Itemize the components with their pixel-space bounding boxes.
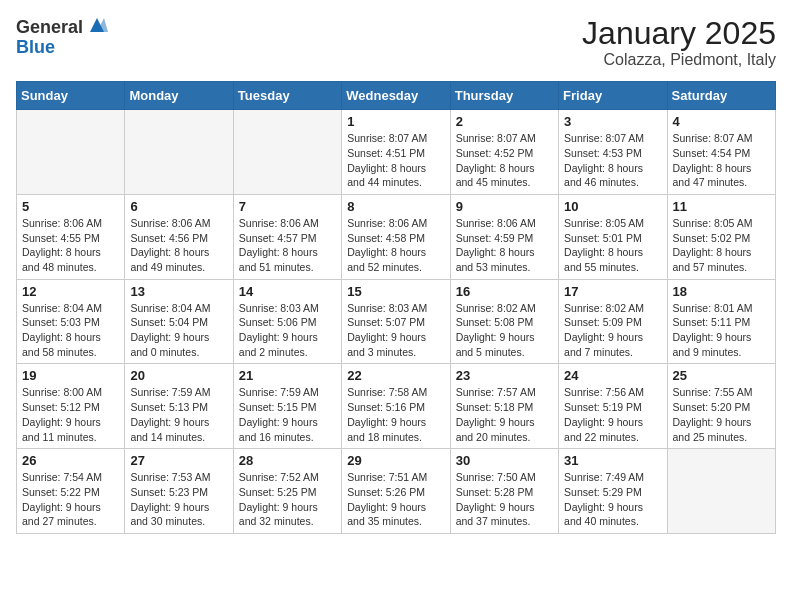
day-number: 1	[347, 114, 444, 129]
calendar-day-cell: 3Sunrise: 8:07 AM Sunset: 4:53 PM Daylig…	[559, 110, 667, 195]
day-info: Sunrise: 8:03 AM Sunset: 5:06 PM Dayligh…	[239, 301, 336, 360]
logo-icon	[86, 14, 108, 36]
day-of-week-header: Thursday	[450, 82, 558, 110]
day-info: Sunrise: 7:55 AM Sunset: 5:20 PM Dayligh…	[673, 385, 770, 444]
calendar-week-row: 5Sunrise: 8:06 AM Sunset: 4:55 PM Daylig…	[17, 194, 776, 279]
calendar-day-cell: 12Sunrise: 8:04 AM Sunset: 5:03 PM Dayli…	[17, 279, 125, 364]
calendar-day-cell: 4Sunrise: 8:07 AM Sunset: 4:54 PM Daylig…	[667, 110, 775, 195]
calendar-day-cell	[17, 110, 125, 195]
day-number: 2	[456, 114, 553, 129]
day-info: Sunrise: 8:04 AM Sunset: 5:04 PM Dayligh…	[130, 301, 227, 360]
day-info: Sunrise: 7:58 AM Sunset: 5:16 PM Dayligh…	[347, 385, 444, 444]
page-header: General Blue January 2025 Colazza, Piedm…	[16, 16, 776, 69]
day-number: 24	[564, 368, 661, 383]
calendar-day-cell: 1Sunrise: 8:07 AM Sunset: 4:51 PM Daylig…	[342, 110, 450, 195]
day-number: 14	[239, 284, 336, 299]
day-info: Sunrise: 7:51 AM Sunset: 5:26 PM Dayligh…	[347, 470, 444, 529]
day-info: Sunrise: 7:59 AM Sunset: 5:15 PM Dayligh…	[239, 385, 336, 444]
calendar-subtitle: Colazza, Piedmont, Italy	[582, 51, 776, 69]
day-info: Sunrise: 8:06 AM Sunset: 4:57 PM Dayligh…	[239, 216, 336, 275]
calendar-week-row: 1Sunrise: 8:07 AM Sunset: 4:51 PM Daylig…	[17, 110, 776, 195]
logo-text-general: General	[16, 18, 83, 36]
day-info: Sunrise: 8:05 AM Sunset: 5:02 PM Dayligh…	[673, 216, 770, 275]
calendar-day-cell: 24Sunrise: 7:56 AM Sunset: 5:19 PM Dayli…	[559, 364, 667, 449]
day-info: Sunrise: 7:59 AM Sunset: 5:13 PM Dayligh…	[130, 385, 227, 444]
calendar-day-cell: 27Sunrise: 7:53 AM Sunset: 5:23 PM Dayli…	[125, 449, 233, 534]
day-number: 15	[347, 284, 444, 299]
day-info: Sunrise: 8:02 AM Sunset: 5:09 PM Dayligh…	[564, 301, 661, 360]
calendar-day-cell: 17Sunrise: 8:02 AM Sunset: 5:09 PM Dayli…	[559, 279, 667, 364]
day-info: Sunrise: 8:05 AM Sunset: 5:01 PM Dayligh…	[564, 216, 661, 275]
day-number: 4	[673, 114, 770, 129]
calendar-day-cell: 26Sunrise: 7:54 AM Sunset: 5:22 PM Dayli…	[17, 449, 125, 534]
calendar-day-cell: 7Sunrise: 8:06 AM Sunset: 4:57 PM Daylig…	[233, 194, 341, 279]
calendar-week-row: 12Sunrise: 8:04 AM Sunset: 5:03 PM Dayli…	[17, 279, 776, 364]
day-number: 18	[673, 284, 770, 299]
day-number: 29	[347, 453, 444, 468]
logo-text-blue: Blue	[16, 37, 55, 57]
day-info: Sunrise: 8:06 AM Sunset: 4:58 PM Dayligh…	[347, 216, 444, 275]
day-info: Sunrise: 7:50 AM Sunset: 5:28 PM Dayligh…	[456, 470, 553, 529]
calendar-day-cell	[233, 110, 341, 195]
calendar-day-cell: 31Sunrise: 7:49 AM Sunset: 5:29 PM Dayli…	[559, 449, 667, 534]
day-number: 20	[130, 368, 227, 383]
calendar-day-cell: 8Sunrise: 8:06 AM Sunset: 4:58 PM Daylig…	[342, 194, 450, 279]
day-info: Sunrise: 8:03 AM Sunset: 5:07 PM Dayligh…	[347, 301, 444, 360]
day-number: 30	[456, 453, 553, 468]
day-number: 7	[239, 199, 336, 214]
calendar-day-cell: 23Sunrise: 7:57 AM Sunset: 5:18 PM Dayli…	[450, 364, 558, 449]
calendar-day-cell: 19Sunrise: 8:00 AM Sunset: 5:12 PM Dayli…	[17, 364, 125, 449]
day-number: 5	[22, 199, 119, 214]
day-number: 16	[456, 284, 553, 299]
calendar-day-cell: 9Sunrise: 8:06 AM Sunset: 4:59 PM Daylig…	[450, 194, 558, 279]
day-number: 12	[22, 284, 119, 299]
day-of-week-header: Friday	[559, 82, 667, 110]
day-info: Sunrise: 8:07 AM Sunset: 4:53 PM Dayligh…	[564, 131, 661, 190]
day-number: 27	[130, 453, 227, 468]
day-number: 10	[564, 199, 661, 214]
day-number: 25	[673, 368, 770, 383]
calendar-day-cell	[667, 449, 775, 534]
day-of-week-header: Monday	[125, 82, 233, 110]
day-info: Sunrise: 8:06 AM Sunset: 4:59 PM Dayligh…	[456, 216, 553, 275]
day-of-week-header: Wednesday	[342, 82, 450, 110]
calendar-day-cell: 29Sunrise: 7:51 AM Sunset: 5:26 PM Dayli…	[342, 449, 450, 534]
calendar-week-row: 19Sunrise: 8:00 AM Sunset: 5:12 PM Dayli…	[17, 364, 776, 449]
calendar-day-cell: 20Sunrise: 7:59 AM Sunset: 5:13 PM Dayli…	[125, 364, 233, 449]
day-number: 9	[456, 199, 553, 214]
day-info: Sunrise: 7:53 AM Sunset: 5:23 PM Dayligh…	[130, 470, 227, 529]
title-block: January 2025 Colazza, Piedmont, Italy	[582, 16, 776, 69]
calendar-day-cell: 11Sunrise: 8:05 AM Sunset: 5:02 PM Dayli…	[667, 194, 775, 279]
day-number: 3	[564, 114, 661, 129]
calendar-day-cell: 21Sunrise: 7:59 AM Sunset: 5:15 PM Dayli…	[233, 364, 341, 449]
calendar-day-cell: 30Sunrise: 7:50 AM Sunset: 5:28 PM Dayli…	[450, 449, 558, 534]
day-number: 21	[239, 368, 336, 383]
calendar-header-row: SundayMondayTuesdayWednesdayThursdayFrid…	[17, 82, 776, 110]
calendar-day-cell: 2Sunrise: 8:07 AM Sunset: 4:52 PM Daylig…	[450, 110, 558, 195]
calendar-day-cell: 5Sunrise: 8:06 AM Sunset: 4:55 PM Daylig…	[17, 194, 125, 279]
calendar-day-cell: 22Sunrise: 7:58 AM Sunset: 5:16 PM Dayli…	[342, 364, 450, 449]
day-number: 6	[130, 199, 227, 214]
calendar-day-cell: 25Sunrise: 7:55 AM Sunset: 5:20 PM Dayli…	[667, 364, 775, 449]
calendar-day-cell: 6Sunrise: 8:06 AM Sunset: 4:56 PM Daylig…	[125, 194, 233, 279]
day-info: Sunrise: 7:57 AM Sunset: 5:18 PM Dayligh…	[456, 385, 553, 444]
day-number: 19	[22, 368, 119, 383]
day-info: Sunrise: 8:02 AM Sunset: 5:08 PM Dayligh…	[456, 301, 553, 360]
calendar-day-cell: 14Sunrise: 8:03 AM Sunset: 5:06 PM Dayli…	[233, 279, 341, 364]
day-of-week-header: Sunday	[17, 82, 125, 110]
day-info: Sunrise: 8:06 AM Sunset: 4:56 PM Dayligh…	[130, 216, 227, 275]
day-info: Sunrise: 7:52 AM Sunset: 5:25 PM Dayligh…	[239, 470, 336, 529]
day-number: 28	[239, 453, 336, 468]
day-of-week-header: Saturday	[667, 82, 775, 110]
day-info: Sunrise: 8:07 AM Sunset: 4:54 PM Dayligh…	[673, 131, 770, 190]
calendar-table: SundayMondayTuesdayWednesdayThursdayFrid…	[16, 81, 776, 534]
calendar-day-cell	[125, 110, 233, 195]
calendar-day-cell: 10Sunrise: 8:05 AM Sunset: 5:01 PM Dayli…	[559, 194, 667, 279]
day-info: Sunrise: 8:01 AM Sunset: 5:11 PM Dayligh…	[673, 301, 770, 360]
day-number: 17	[564, 284, 661, 299]
day-number: 26	[22, 453, 119, 468]
calendar-week-row: 26Sunrise: 7:54 AM Sunset: 5:22 PM Dayli…	[17, 449, 776, 534]
day-number: 13	[130, 284, 227, 299]
day-number: 8	[347, 199, 444, 214]
day-number: 11	[673, 199, 770, 214]
